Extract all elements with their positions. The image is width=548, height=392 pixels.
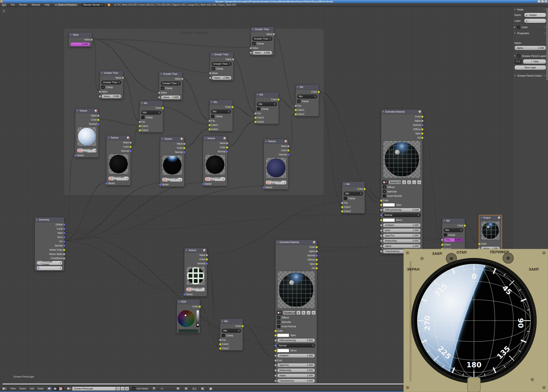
material-name-field[interactable]: Screen-Left.001 [283, 311, 296, 315]
panel-grip-icon[interactable] [543, 32, 547, 34]
socket-gray[interactable] [138, 121, 141, 123]
socket-gray[interactable] [274, 359, 277, 362]
socket-gray[interactable] [274, 369, 277, 372]
node-header[interactable]: ▼Texture [203, 136, 227, 141]
collapse-triangle-icon[interactable]: ▼ [257, 94, 258, 96]
datablock-name-field[interactable]: Periscope-Reti...✕ [186, 287, 205, 292]
node-header[interactable]: ▼Mix [220, 319, 243, 324]
node-mix-c[interactable]: ▼MixColorMixClampFacColor1Color2 [342, 182, 365, 213]
socket-purple[interactable] [105, 182, 108, 185]
datablock-name-field[interactable]: Periscope-SSA...✕ [205, 177, 226, 181]
slider-spectra-[interactable]: SpecTra:1.000 [383, 234, 421, 238]
unlink-icon[interactable]: ✕ [60, 267, 61, 270]
checkbox-diffuse[interactable]: ✓Diffuse [381, 185, 422, 189]
socket-gray[interactable] [129, 141, 132, 144]
checkbox-clamp[interactable]: ✓Clamp [100, 85, 123, 90]
render-engine-select[interactable]: Blender Render [82, 3, 104, 7]
node-gt-2999[interactable]: ▼Greater ThanValueGreater Than✓ClampValu… [210, 52, 233, 81]
socket-yellow[interactable] [219, 343, 222, 346]
node-gt-0999[interactable]: ▼Greater ThanValueGreater Than✓ClampValu… [100, 70, 123, 99]
fake-user-button[interactable]: F [301, 311, 306, 315]
socket-yellow[interactable] [274, 334, 277, 337]
socket-yellow[interactable] [277, 98, 280, 101]
unlink-icon[interactable]: ✕ [126, 177, 128, 180]
socket-yellow[interactable] [208, 128, 211, 131]
checkbox-icon[interactable]: ✓ [252, 42, 256, 45]
color-swatch[interactable] [277, 334, 289, 337]
socket-yellow[interactable] [315, 259, 318, 261]
collapse-triangle-icon[interactable]: ▼ [161, 138, 163, 140]
socket-yellow[interactable] [317, 91, 320, 93]
collapse-triangle-icon[interactable]: ▼ [141, 102, 143, 104]
socket-gray[interactable] [122, 77, 124, 79]
socket-gray[interactable] [250, 51, 252, 54]
dropdown-greater-than[interactable]: Greater Than [101, 80, 121, 84]
collapse-triangle-icon[interactable]: ▼ [70, 34, 72, 36]
slider-value-[interactable]: Value:0.999 [101, 94, 121, 98]
snap-button[interactable] [184, 387, 189, 391]
checkbox-clamp[interactable]: ✓Clamp [159, 86, 182, 91]
checkbox-icon[interactable] [222, 334, 225, 337]
node-mix-3[interactable]: ▼MixColorMixClampFacColor1Color2 [255, 92, 279, 124]
slider-ambient-[interactable]: Ambient:1.000 [383, 223, 421, 227]
backdrop-button[interactable] [175, 387, 181, 391]
socket-yellow[interactable] [219, 347, 222, 350]
slider-value[interactable]: 2.000 [70, 42, 90, 46]
checkbox-clamp[interactable]: ✓Clamp [296, 99, 319, 104]
gp-draw-mode-button[interactable]: ✎ [514, 59, 522, 64]
material-browse-button[interactable] [66, 387, 72, 391]
slider-value-[interactable]: Value:2.999 [212, 76, 232, 80]
datablock-name-field[interactable]: Periscope-View✕ [77, 148, 97, 153]
checkbox-icon[interactable]: ✓ [212, 67, 215, 70]
section-node[interactable]: ▼ Node [512, 7, 548, 12]
gp-new-layer-button[interactable]: New Layer [514, 65, 546, 70]
color-wheel[interactable] [178, 310, 195, 327]
node-mix-4[interactable]: ▼MixColorMix✓ClampFacColor1Color2 [296, 84, 319, 116]
socket-yellow[interactable] [421, 128, 424, 131]
checkbox-icon[interactable]: ✓ [383, 186, 386, 189]
node-header[interactable]: ▼Mix [296, 85, 319, 90]
paste-nodes-button[interactable] [208, 387, 213, 391]
socket-yellow[interactable] [421, 136, 424, 139]
socket-yellow[interactable] [295, 113, 297, 116]
socket-yellow[interactable] [198, 305, 201, 308]
collapse-triangle-icon[interactable]: ▼ [382, 111, 384, 113]
socket-gray[interactable] [295, 105, 297, 107]
socket-yellow[interactable] [380, 199, 382, 202]
slider-fac-[interactable]: Fac:0.545 [444, 238, 463, 242]
unlink-icon[interactable]: ✕ [223, 178, 224, 181]
slider-spectra-[interactable]: SpecTra:1.000 [277, 363, 315, 367]
socket-yellow[interactable] [274, 330, 277, 332]
collapse-triangle-icon[interactable]: ▼ [443, 220, 445, 222]
dropdown-mix[interactable]: Mix [141, 111, 161, 115]
node-color-swatch[interactable] [517, 26, 520, 29]
unlink-icon[interactable]: ✕ [284, 181, 286, 184]
material-name-field[interactable]: Screen-Periscope [72, 387, 116, 391]
color-swatch[interactable] [277, 349, 289, 352]
slider-diffuseintensity-[interactable]: DiffuseIntensity:0.218 [383, 208, 421, 212]
socket-yellow[interactable] [295, 109, 297, 111]
slider-alpha-[interactable]: Alpha:1.000 [383, 244, 421, 248]
unlink-icon[interactable]: ✕ [180, 179, 181, 181]
unlink-icon[interactable]: ✕ [60, 262, 61, 264]
slider-emit-[interactable]: Emit:1.000 [383, 228, 421, 233]
slider-alpha-[interactable]: Alpha:1.000 [277, 373, 315, 378]
add-material-button[interactable]: ＋ [120, 387, 125, 391]
socket-gray[interactable] [380, 240, 382, 242]
socket-yellow[interactable] [183, 147, 186, 149]
editor-type-button[interactable] [1, 3, 7, 7]
socket-yellow[interactable] [341, 206, 344, 209]
node-tex-reticle[interactable]: ▼TextureValueColorNormalPeriscope-Reti..… [184, 248, 207, 296]
collapse-triangle-icon[interactable]: ▼ [108, 137, 109, 139]
checkbox-icon[interactable] [444, 233, 447, 237]
node-tex-ssa-black[interactable]: ▼TextureValueColorNormalPeriscope-SSA...… [203, 136, 227, 186]
socket-gray[interactable] [380, 245, 382, 247]
socket-gray[interactable] [226, 142, 228, 145]
socket-gray[interactable] [380, 209, 382, 211]
dropdown-mix[interactable]: Mix [211, 110, 231, 114]
menu-render[interactable]: Render [19, 3, 27, 6]
node-mix-b[interactable]: ▼MixColorMixClampFacColor1Color2 [220, 319, 243, 350]
socket-gray[interactable] [421, 120, 424, 122]
socket-purple[interactable] [315, 254, 318, 257]
socket-gray[interactable] [181, 77, 184, 80]
